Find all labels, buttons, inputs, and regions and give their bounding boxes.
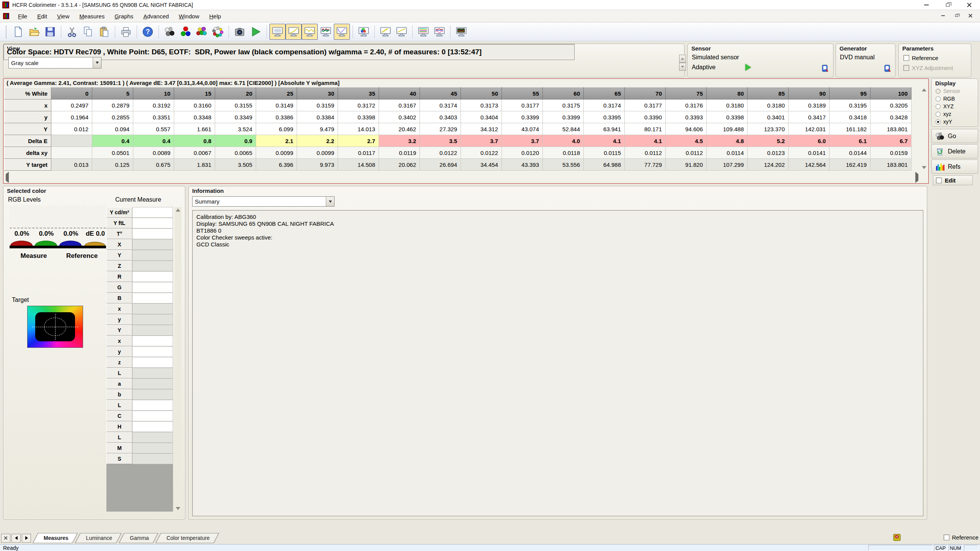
column-header-100[interactable]: 100 xyxy=(871,88,911,99)
measure-cell[interactable]: 0.3386 xyxy=(256,111,297,123)
measure-cell[interactable]: 64.988 xyxy=(584,159,625,171)
view-mixed-lines-button[interactable] xyxy=(431,24,448,40)
table-vertical-scrollbar[interactable] xyxy=(921,87,928,170)
measure-cell[interactable]: 0.3149 xyxy=(256,99,297,111)
measure-cell[interactable]: 3.505 xyxy=(215,159,256,171)
column-header-25[interactable]: 25 xyxy=(256,88,297,99)
measure-cell[interactable]: 0.0099 xyxy=(256,147,297,159)
restore-button[interactable] xyxy=(937,0,959,10)
dropdown-arrow-icon[interactable] xyxy=(93,57,101,68)
column-header-60[interactable]: 60 xyxy=(543,88,584,99)
menu-measures[interactable]: Measures xyxy=(74,11,109,21)
measure-cell[interactable]: 0.3205 xyxy=(871,99,911,111)
menu-edit[interactable]: Edit xyxy=(32,11,52,21)
view-gamma-steps-button[interactable] xyxy=(377,24,394,40)
measure-cell[interactable]: 0.0112 xyxy=(666,147,707,159)
measure-color-checker-button[interactable] xyxy=(210,24,226,40)
measure-cell[interactable]: 6.099 xyxy=(256,123,297,135)
column-header-85[interactable]: 85 xyxy=(748,88,789,99)
scroll-down-icon[interactable] xyxy=(176,507,180,510)
measure-cell[interactable]: 4.8 xyxy=(707,135,748,147)
checkbox-icon[interactable] xyxy=(936,178,942,183)
measure-cell[interactable]: 9.973 xyxy=(297,159,338,171)
measure-cell[interactable]: 3.5 xyxy=(420,135,461,147)
measure-cell[interactable]: 142.031 xyxy=(789,123,830,135)
measure-cell[interactable]: 43.074 xyxy=(502,123,543,135)
radio-icon[interactable] xyxy=(936,119,941,124)
measure-cell[interactable]: 4.1 xyxy=(584,135,625,147)
delete-button[interactable]: Delete xyxy=(931,144,978,158)
mdi-minimize-button[interactable] xyxy=(939,12,947,19)
scroll-down-icon[interactable] xyxy=(922,166,926,169)
reference-checkbox-bottom[interactable]: Reference xyxy=(944,534,978,541)
snapshot-camera-button[interactable] xyxy=(232,24,248,40)
measure-cell[interactable]: 34.454 xyxy=(461,159,502,171)
measure-cell[interactable]: 0.0144 xyxy=(830,147,871,159)
menu-graphs[interactable]: Graphs xyxy=(109,11,138,21)
measure-cell[interactable]: 20.462 xyxy=(379,123,420,135)
view-rgb-levels-button[interactable] xyxy=(318,24,334,40)
measure-cell[interactable]: 107.299 xyxy=(707,159,748,171)
generator-configure-icon[interactable] xyxy=(883,64,892,73)
measure-cell[interactable]: 0.3176 xyxy=(666,99,707,111)
measure-cell[interactable]: 3.2 xyxy=(379,135,420,147)
tab-measures[interactable]: Measures xyxy=(33,533,79,543)
information-selector-dropdown[interactable]: Summary xyxy=(192,196,335,207)
spin-up-button[interactable] xyxy=(679,55,686,63)
measure-cell[interactable]: 2.1 xyxy=(256,135,297,147)
measure-cell[interactable]: 0.3393 xyxy=(666,111,707,123)
column-header-80[interactable]: 80 xyxy=(707,88,748,99)
measure-cell[interactable]: 0.3172 xyxy=(338,99,379,111)
measure-cell[interactable]: 0.3398 xyxy=(707,111,748,123)
close-button[interactable] xyxy=(959,0,980,10)
paste-button[interactable] xyxy=(96,24,112,40)
measure-cell[interactable]: 94.606 xyxy=(666,123,707,135)
measure-cell[interactable]: 27.329 xyxy=(420,123,461,135)
measure-cell[interactable]: 0.0114 xyxy=(707,147,748,159)
measure-cell[interactable]: 0.0067 xyxy=(174,147,215,159)
mdi-close-button[interactable] xyxy=(966,12,975,19)
measure-cell[interactable]: 34.312 xyxy=(461,123,502,135)
tab-scroll-right-button[interactable] xyxy=(22,534,31,543)
measure-cell[interactable]: 6.396 xyxy=(256,159,297,171)
view-rising-curve-button[interactable] xyxy=(394,24,410,40)
view-color-bands-button[interactable] xyxy=(415,24,431,40)
scroll-up-icon[interactable] xyxy=(176,209,180,212)
measure-cell[interactable]: 52.844 xyxy=(543,123,584,135)
scroll-left-icon[interactable] xyxy=(6,174,9,181)
measure-cell[interactable]: 0.0123 xyxy=(748,147,789,159)
tab-scroll-left-button[interactable] xyxy=(11,534,21,543)
measure-cell[interactable]: 124.202 xyxy=(748,159,789,171)
measure-cell[interactable]: 2.2 xyxy=(297,135,338,147)
refs-button[interactable]: Refs xyxy=(931,160,978,174)
measure-cell[interactable]: 0.0122 xyxy=(420,147,461,159)
measure-cell[interactable]: 162.419 xyxy=(830,159,871,171)
measure-cell[interactable]: 0.125 xyxy=(92,159,133,171)
measure-cell[interactable]: 4.5 xyxy=(666,135,707,147)
measure-cell[interactable]: 0.013 xyxy=(51,159,92,171)
measure-cell[interactable]: 43.393 xyxy=(502,159,543,171)
measure-cell[interactable]: 0.0089 xyxy=(133,147,174,159)
measure-cell[interactable]: 2.7 xyxy=(338,135,379,147)
measure-cell[interactable] xyxy=(51,135,92,147)
column-header-40[interactable]: 40 xyxy=(379,88,420,99)
view-dark-multiline-button[interactable] xyxy=(453,24,469,40)
column-header-55[interactable]: 55 xyxy=(502,88,543,99)
menu-help[interactable]: Help xyxy=(204,11,226,21)
view-mode-dropdown[interactable]: Gray scale xyxy=(8,57,101,68)
measure-cell[interactable]: 0.0159 xyxy=(871,147,911,159)
measure-cell[interactable]: 0.3177 xyxy=(502,99,543,111)
display-radio-xyz[interactable]: xyz xyxy=(936,111,951,117)
measure-cell[interactable]: 0.0065 xyxy=(215,147,256,159)
column-header-20[interactable]: 20 xyxy=(215,88,256,99)
measure-cell[interactable]: 0.3398 xyxy=(338,111,379,123)
column-header-95[interactable]: 95 xyxy=(830,88,871,99)
measure-cell[interactable]: 5.2 xyxy=(748,135,789,147)
measure-cell[interactable]: 0.3418 xyxy=(830,111,871,123)
measure-cell[interactable]: 6.0 xyxy=(789,135,830,147)
measure-cell[interactable]: 4.0 xyxy=(543,135,584,147)
column-header-75[interactable]: 75 xyxy=(666,88,707,99)
radio-icon[interactable] xyxy=(936,104,941,109)
current-measure-scrollbar[interactable] xyxy=(175,207,181,512)
column-header-5[interactable]: 5 xyxy=(92,88,133,99)
